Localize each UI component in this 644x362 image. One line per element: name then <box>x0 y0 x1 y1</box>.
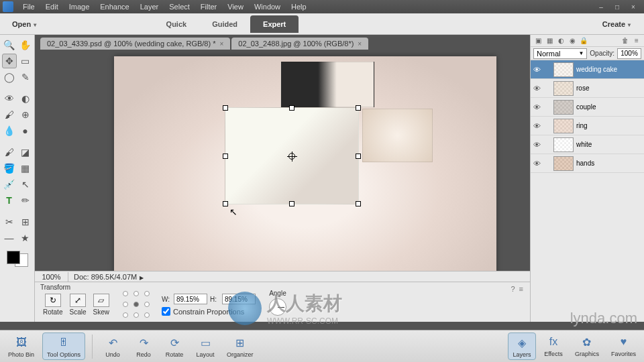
close-button[interactable]: × <box>625 1 641 12</box>
layer-thumbnail[interactable] <box>553 119 574 133</box>
smart-brush-tool[interactable]: 🖌 <box>2 107 17 122</box>
marquee-tool[interactable]: ▭ <box>18 54 33 68</box>
delete-layer-icon[interactable]: 🗑 <box>621 36 630 46</box>
new-group-icon[interactable]: ▦ <box>545 36 554 46</box>
layer-thumbnail[interactable] <box>553 81 574 96</box>
transform-handle[interactable] <box>223 154 228 159</box>
visibility-icon[interactable]: 👁 <box>533 122 541 130</box>
ref-point[interactable] <box>144 291 150 296</box>
layer-thumbnail[interactable] <box>553 156 574 171</box>
transform-center-point[interactable] <box>288 153 295 160</box>
zoom-tool[interactable]: 🔍 <box>2 38 17 52</box>
lasso-tool[interactable]: ◯ <box>2 70 17 84</box>
quick-select-tool[interactable]: ✎ <box>18 70 33 84</box>
transform-handle[interactable] <box>289 105 294 111</box>
menu-enhance[interactable]: Enhance <box>95 3 134 11</box>
close-icon[interactable]: × <box>220 40 224 48</box>
menu-filter[interactable]: Filter <box>195 3 222 11</box>
menu-layer[interactable]: Layer <box>135 3 164 11</box>
layer-thumbnail[interactable] <box>553 137 574 152</box>
shape-tool[interactable]: ↖ <box>18 177 33 192</box>
visibility-icon[interactable]: 👁 <box>533 103 541 111</box>
transform-handle[interactable] <box>356 105 361 111</box>
layer-name[interactable]: wedding cake <box>576 66 617 73</box>
new-layer-icon[interactable]: ▣ <box>533 36 543 46</box>
maximize-button[interactable]: □ <box>609 1 625 12</box>
layer-row[interactable]: 👁ring <box>531 117 644 135</box>
ref-point-center[interactable] <box>133 302 139 307</box>
brush-tool[interactable]: 🖌 <box>2 145 17 160</box>
ref-point[interactable] <box>123 302 128 307</box>
menu-edit[interactable]: Edit <box>40 3 64 11</box>
blur-tool[interactable]: 💧 <box>2 123 17 138</box>
menu-view[interactable]: View <box>222 3 249 11</box>
mask-icon[interactable]: ◉ <box>568 36 577 46</box>
undo-button[interactable]: ↶Undo <box>99 333 126 359</box>
layer-name[interactable]: hands <box>576 160 594 167</box>
ref-point[interactable] <box>133 312 139 318</box>
foreground-color[interactable] <box>7 251 20 264</box>
ref-point[interactable] <box>133 291 139 296</box>
hand-tool[interactable]: ✋ <box>18 38 33 52</box>
effects-tab-button[interactable]: fxEffects <box>540 333 567 360</box>
transform-handle[interactable] <box>356 201 361 206</box>
menu-window[interactable]: Window <box>249 3 286 11</box>
visibility-icon[interactable]: 👁 <box>533 160 541 168</box>
canvas-viewport[interactable]: ↖ <box>35 50 530 271</box>
layer-name[interactable]: rose <box>576 84 589 92</box>
transform-rotate-button[interactable]: ↻Rotate <box>43 294 62 316</box>
layout-button[interactable]: ▭Layout <box>192 333 219 359</box>
height-field[interactable] <box>222 294 256 304</box>
angle-dial[interactable] <box>269 298 286 316</box>
layer-name[interactable]: ring <box>576 122 588 129</box>
straighten-tool[interactable]: — <box>2 231 17 245</box>
transform-handle[interactable] <box>223 201 228 206</box>
close-icon[interactable]: × <box>358 40 362 48</box>
move-tool[interactable]: ✥ <box>2 54 17 68</box>
adjustment-layer-icon[interactable]: ◐ <box>556 36 566 46</box>
minimize-button[interactable]: – <box>593 1 609 12</box>
doc-info[interactable]: Doc: 896.5K/4.07M▶ <box>68 273 149 281</box>
spot-heal-tool[interactable]: ◐ <box>18 91 33 106</box>
transform-skew-button[interactable]: ▱Skew <box>93 294 109 316</box>
crop-tool[interactable]: ✂ <box>2 215 17 229</box>
recompose-tool[interactable]: ⊞ <box>18 215 33 229</box>
create-button[interactable]: Create▼ <box>597 17 637 31</box>
gradient-tool[interactable]: ▦ <box>18 161 33 176</box>
transform-handle[interactable] <box>223 105 228 111</box>
help-icon[interactable]: ? <box>511 285 515 293</box>
layer-thumbnail[interactable] <box>553 100 574 115</box>
graphics-tab-button[interactable]: ✿Graphics <box>571 333 603 360</box>
paint-bucket-tool[interactable]: 🪣 <box>2 161 17 176</box>
eraser-tool[interactable]: ◪ <box>18 145 33 160</box>
visibility-icon[interactable]: 👁 <box>533 141 541 149</box>
ref-point[interactable] <box>123 312 128 318</box>
menu-help[interactable]: Help <box>286 3 312 11</box>
opacity-field[interactable] <box>617 48 641 59</box>
menu-select[interactable]: Select <box>164 3 195 11</box>
color-swatch[interactable] <box>7 251 28 267</box>
layers-tab-button[interactable]: ◈Layers <box>508 333 536 360</box>
menu-file[interactable]: File <box>17 3 40 11</box>
transform-handle[interactable] <box>356 154 361 159</box>
favorites-tab-button[interactable]: ♥Favorites <box>607 333 640 360</box>
document-tab[interactable]: 02_03_4339.psd @ 100% (wedding cake, RGB… <box>40 38 230 50</box>
pencil-tool[interactable]: ✏ <box>18 193 33 208</box>
placed-image-wedding-cake[interactable] <box>225 107 359 204</box>
panel-menu-icon[interactable]: ≡ <box>632 36 641 46</box>
lock-icon[interactable]: 🔒 <box>579 36 588 46</box>
ref-point[interactable] <box>144 302 150 307</box>
rotate-button[interactable]: ⟳Rotate <box>161 333 188 359</box>
redeye-tool[interactable]: 👁 <box>2 91 17 106</box>
layer-thumbnail[interactable] <box>553 62 574 77</box>
ref-point[interactable] <box>123 291 128 296</box>
mode-guided[interactable]: Guided <box>199 15 250 33</box>
photo-bin-button[interactable]: 🖼Photo Bin <box>4 333 38 359</box>
placed-image-rose[interactable] <box>362 109 433 162</box>
mode-expert[interactable]: Expert <box>250 15 299 33</box>
clone-tool[interactable]: ⊕ <box>18 107 33 122</box>
mode-quick[interactable]: Quick <box>154 15 200 33</box>
zoom-field[interactable]: 100% <box>35 272 68 282</box>
panel-menu-icon[interactable]: ≡ <box>519 285 523 293</box>
cookie-cutter-tool[interactable]: ★ <box>18 231 33 245</box>
